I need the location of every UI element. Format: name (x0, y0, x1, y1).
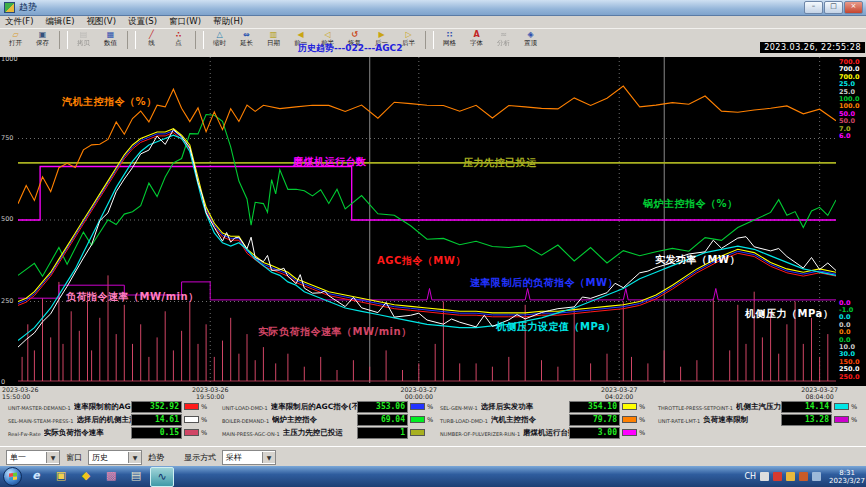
toolbar-button-pin[interactable]: ◈置顶 (517, 30, 544, 50)
signal-unit: % (201, 416, 208, 424)
floppy-icon: ▣ (29, 30, 56, 39)
taskbar-app-files-app[interactable]: ▣ (50, 467, 72, 485)
right-axis-value: 6.0 (839, 133, 860, 140)
app-icon (4, 2, 15, 13)
toolbar-button-label: 打开 (2, 39, 29, 47)
legend-row[interactable]: Real-Fw-Rate实际负荷指令速率0.15% (8, 426, 208, 439)
signal-description: 负荷速率限制 (703, 415, 781, 425)
toolbar-button-calendar[interactable]: ▥日期 (260, 30, 287, 50)
taskbar-apps: e▣◆▩▤∿ (22, 467, 174, 487)
signal-description: 选择后实发功率 (481, 402, 569, 412)
legend-row[interactable]: BOILER-DEMAND-1锅炉主控指令69.04% (222, 413, 434, 426)
display-mode-value: 采样 (223, 452, 262, 463)
signal-description: 选择后的机侧主汽压力 (77, 415, 132, 425)
legend-row[interactable]: MAIN-PRESS-AGC-ON-1主压力先控已投运1 (222, 426, 434, 439)
legend-panel: UNIT-MASTER-DEMAND-1速率限制前的AGC指令352.92%SE… (0, 400, 866, 446)
curve-label: 机侧压力设定值（MPa） (496, 320, 616, 334)
curve-选择后实发功率 (18, 129, 836, 313)
signal-tag: THROTTLE-PRESS-SETPOINT-1 (658, 404, 733, 410)
legend-row[interactable]: THROTTLE-PRESS-SETPOINT-1机侧主汽压力设定值14.14% (658, 400, 858, 413)
curve-label: 锅炉主控指令（%） (643, 197, 738, 211)
menu-item-编[interactable]: 编辑(E) (46, 16, 75, 28)
signal-tag: SEL-GEN-MW-1 (440, 404, 478, 410)
maximize-button[interactable]: □ (824, 1, 843, 14)
taskbar-app-clipboard-app[interactable]: ▤ (125, 467, 147, 485)
right-axis-bottom-scale: 0.0-1.00.00.00.00.010.030.0150.0250.0250… (839, 300, 860, 381)
chevron-down-icon[interactable]: ▼ (46, 452, 59, 463)
legend-row[interactable]: SEL-MAIN-STEAM-PRESS-1选择后的机侧主汽压力14.61% (8, 413, 208, 426)
signal-value: 79.78 (569, 414, 620, 426)
taskbar-app-ie[interactable]: e (25, 467, 47, 485)
taskbar-app-trend-app[interactable]: ∿ (150, 467, 174, 487)
signal-description: 机侧主汽压力设定值 (736, 402, 781, 412)
chevron-down-icon[interactable]: ▼ (128, 452, 141, 463)
toolbar-button-label: 保存 (29, 39, 56, 47)
legend-row[interactable]: NUMBER-OF-PULVERIZER-RUN-1磨煤机运行台数3.00% (440, 426, 646, 439)
signal-value: 13.28 (781, 414, 832, 426)
window-titlebar[interactable]: 趋势 –□× (0, 0, 866, 16)
x-axis-tick: 2023-03-27 00:00:00 (395, 386, 443, 400)
menu-item-视[interactable]: 视图(V) (87, 16, 116, 28)
toolbar-button-label: 拷贝 (70, 39, 97, 47)
toolbar-button-floppy[interactable]: ▣保存 (29, 30, 56, 50)
legend-column: UNIT-MASTER-DEMAND-1速率限制前的AGC指令352.92%SE… (8, 400, 208, 439)
source-mode-select[interactable]: 历史 ▼ (88, 450, 142, 465)
keyboard-icon[interactable] (760, 472, 769, 481)
toolbar-button-line[interactable]: ╱线 (138, 30, 165, 50)
menu-item-窗[interactable]: 窗口(W) (169, 16, 201, 28)
legend-row[interactable]: TURB-LOAD-DMD-1汽机主控指令79.78% (440, 413, 646, 426)
trend-chart[interactable]: 10007505002500 700.0700.0700.025.025.010… (0, 57, 866, 386)
system-tray: CH 8:31 2023/3/27 (744, 469, 866, 485)
color-swatch (622, 403, 637, 410)
toolbar-button-font[interactable]: A字体 (463, 30, 490, 50)
start-button[interactable] (3, 467, 22, 486)
update-icon[interactable] (786, 472, 795, 481)
trend-page-title: 历史趋势---022---AGC2 (298, 42, 402, 55)
curve-label: 实发功率（MW） (655, 253, 740, 267)
toolbar-button-label: 线 (138, 39, 165, 47)
toolbar-button-extend[interactable]: ⇔延长 (233, 30, 260, 50)
legend-row[interactable]: UNIT-RATE-LMT-1负荷速率限制13.28% (658, 413, 858, 426)
legend-row[interactable]: UNIT-LOAD-DMD-1速率限制后的AGC指令(不包含一次调频 ...35… (222, 400, 434, 413)
taskbar-app-image-app[interactable]: ▩ (100, 467, 122, 485)
close-button[interactable]: × (844, 1, 863, 14)
minimize-button[interactable]: – (804, 1, 823, 14)
next-half-icon: ▷ (395, 30, 422, 39)
menu-item-文[interactable]: 文件(F) (5, 16, 34, 28)
toolbar-button-point[interactable]: ∴点 (165, 30, 192, 50)
toolbar-button-folder-open[interactable]: ▱打开 (2, 30, 29, 50)
signal-value: 353.06 (357, 401, 408, 413)
toolbar-button-grid[interactable]: ∷网格 (436, 30, 463, 50)
display-icon[interactable] (812, 472, 821, 481)
toolbar-button-label: 缩时 (206, 39, 233, 47)
grid-icon: ∷ (436, 30, 463, 39)
taskbar: e▣◆▩▤∿ CH 8:31 2023/3/27 (0, 466, 866, 487)
y-axis-tick: 0 (1, 378, 5, 386)
windows-logo-icon (9, 473, 17, 481)
signal-tag: MAIN-PRESS-AGC-ON-1 (222, 430, 280, 436)
display-mode-select[interactable]: 采样 ▼ (222, 450, 276, 465)
legend-row[interactable]: UNIT-MASTER-DEMAND-1速率限制前的AGC指令352.92% (8, 400, 208, 413)
curve-label: AGC指令（MW） (377, 254, 466, 268)
flag-icon[interactable] (773, 472, 782, 481)
taskbar-clock[interactable]: 8:31 2023/3/27 (825, 469, 865, 485)
taskbar-app-tools-app[interactable]: ◆ (75, 467, 97, 485)
calendar-icon: ▥ (260, 30, 287, 39)
toolbar-button-time-scale[interactable]: △缩时 (206, 30, 233, 50)
source-mode-value: 历史 (89, 452, 128, 463)
signal-tag: NUMBER-OF-PULVERIZER-RUN-1 (440, 430, 520, 436)
signal-value: 352.92 (131, 401, 182, 413)
toolbar: ▱打开▣保存▤拷贝▦数值╱线∴点△缩时⇔延长▥日期◀前一◁前半↺恢复▶后一▷后半… (0, 28, 866, 51)
chevron-down-icon[interactable]: ▼ (262, 452, 275, 463)
legend-row[interactable]: SEL-GEN-MW-1选择后实发功率354.10% (440, 400, 646, 413)
toolbar-button-data-table[interactable]: ▦数值 (97, 30, 124, 50)
color-swatch (622, 429, 637, 436)
menu-item-设[interactable]: 设置(S) (128, 16, 157, 28)
window-mode-select[interactable]: 单一 ▼ (6, 450, 60, 465)
time-scale-icon: △ (206, 30, 233, 39)
menu-item-帮[interactable]: 帮助(H) (213, 16, 243, 28)
language-indicator[interactable]: CH (744, 472, 756, 481)
folder-open-icon: ▱ (2, 30, 29, 39)
speaker-icon[interactable] (799, 472, 808, 481)
color-swatch (184, 416, 199, 423)
